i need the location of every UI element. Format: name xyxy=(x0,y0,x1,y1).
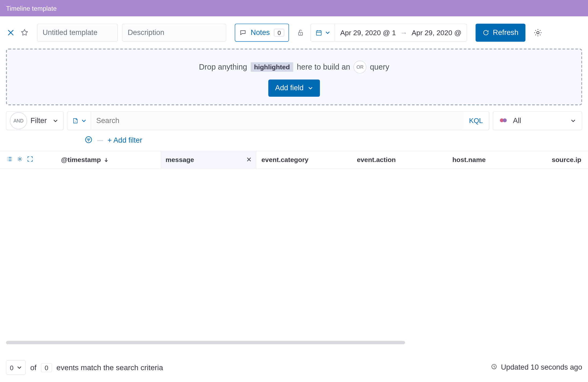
column-event-action[interactable]: event.action xyxy=(352,151,447,168)
add-field-label: Add field xyxy=(275,84,304,92)
column-event-category[interactable]: event.category xyxy=(256,151,352,168)
description-input[interactable]: Description xyxy=(122,24,226,42)
data-provider-dropdown[interactable]: All xyxy=(493,111,582,130)
updated-text: Updated 10 seconds ago xyxy=(501,363,582,372)
star-icon[interactable] xyxy=(20,28,29,37)
match-text: events match the search criteria xyxy=(56,363,163,372)
chevron-down-icon xyxy=(571,118,576,123)
column-message-label: message xyxy=(166,156,194,164)
sort-down-icon xyxy=(103,157,109,163)
refresh-button[interactable]: Refresh xyxy=(476,24,525,42)
column-host-name[interactable]: host.name xyxy=(447,151,543,168)
saved-query-icon[interactable] xyxy=(67,112,91,130)
title-placeholder: Untitled template xyxy=(42,28,97,37)
of-label: of xyxy=(30,363,37,372)
dropzone-prefix: Drop anything xyxy=(199,63,247,72)
filter-bar: + Add filter xyxy=(0,130,588,151)
column-host-name-label: host.name xyxy=(452,156,486,164)
dropzone-text: Drop anything highlighted here to build … xyxy=(199,61,389,74)
clock-icon xyxy=(491,363,498,372)
or-pill: OR xyxy=(354,61,367,74)
horizontal-scrollbar[interactable] xyxy=(6,341,405,344)
column-event-action-label: event.action xyxy=(357,156,396,164)
kql-button[interactable]: KQL xyxy=(463,117,489,125)
dropzone-suffix: query xyxy=(370,63,389,72)
add-filter-button[interactable]: + Add filter xyxy=(107,136,142,145)
column-source-ip[interactable]: source.ip xyxy=(543,151,582,168)
refresh-icon xyxy=(482,29,489,36)
svg-rect-1 xyxy=(300,34,301,34)
date-end: Apr 29, 2020 @ xyxy=(412,28,461,37)
notes-count: 0 xyxy=(274,29,284,37)
description-placeholder: Description xyxy=(128,28,164,37)
header-bar: Timeline template xyxy=(0,0,588,16)
dropzone-highlight: highlighted xyxy=(250,62,293,72)
column-event-category-label: event.category xyxy=(261,156,309,164)
chevron-down-icon xyxy=(308,85,313,91)
list-icon[interactable] xyxy=(6,156,13,164)
column-timestamp[interactable]: @timestamp xyxy=(61,151,161,168)
all-label: All xyxy=(513,117,565,125)
gear-icon[interactable] xyxy=(16,156,23,164)
gear-icon[interactable] xyxy=(533,28,542,37)
search-row: AND Filter KQL All xyxy=(0,111,588,130)
header-title: Timeline template xyxy=(6,5,57,12)
lock-open-icon[interactable] xyxy=(296,28,305,37)
svg-point-3 xyxy=(537,31,539,34)
page-size-select[interactable]: 0 xyxy=(6,360,26,375)
title-input[interactable]: Untitled template xyxy=(37,24,118,42)
add-field-button[interactable]: Add field xyxy=(268,80,320,97)
filter-label: Filter xyxy=(31,117,47,125)
filter-dropdown[interactable]: AND Filter xyxy=(6,111,63,130)
filter-menu-icon[interactable] xyxy=(84,135,93,146)
and-pill: AND xyxy=(10,112,27,129)
date-range[interactable]: Apr 29, 2020 @ 1 → Apr 29, 2020 @ xyxy=(335,28,467,37)
refresh-label: Refresh xyxy=(493,28,518,37)
date-picker[interactable]: Apr 29, 2020 @ 1 → Apr 29, 2020 @ xyxy=(311,24,467,42)
date-start: Apr 29, 2020 @ 1 xyxy=(340,28,396,37)
svg-rect-2 xyxy=(317,31,321,35)
comment-icon xyxy=(239,29,246,36)
svg-point-7 xyxy=(85,137,92,143)
page-size-value: 0 xyxy=(10,364,13,371)
notes-label: Notes xyxy=(251,28,270,37)
dots-icon xyxy=(499,117,508,125)
toolbar: Untitled template Description Notes 0 Ap… xyxy=(0,16,588,48)
search-input[interactable] xyxy=(91,112,463,130)
chevron-down-icon xyxy=(325,30,330,35)
divider xyxy=(97,140,103,141)
column-timestamp-label: @timestamp xyxy=(61,156,101,164)
fullscreen-icon[interactable] xyxy=(27,156,34,164)
total-count: 0 xyxy=(41,363,52,372)
svg-point-6 xyxy=(503,118,507,122)
query-dropzone[interactable]: Drop anything highlighted here to build … xyxy=(6,49,582,105)
column-message[interactable]: message xyxy=(161,151,256,168)
chevron-down-icon xyxy=(17,365,22,370)
column-headers: @timestamp message event.category event.… xyxy=(0,151,588,169)
remove-column-icon[interactable] xyxy=(246,156,252,164)
footer: 0 of 0 events match the search criteria … xyxy=(0,354,588,382)
search-box: KQL xyxy=(67,111,489,130)
svg-point-8 xyxy=(19,158,20,160)
arrow-right-icon: → xyxy=(400,28,407,37)
close-icon[interactable] xyxy=(6,28,15,37)
calendar-icon[interactable] xyxy=(311,24,335,41)
column-source-ip-label: source.ip xyxy=(552,156,581,164)
chevron-down-icon xyxy=(53,118,58,123)
notes-button[interactable]: Notes 0 xyxy=(235,24,289,42)
dropzone-mid: here to build an xyxy=(297,63,350,72)
chevron-down-icon xyxy=(81,118,86,123)
svg-point-4 xyxy=(75,121,76,122)
